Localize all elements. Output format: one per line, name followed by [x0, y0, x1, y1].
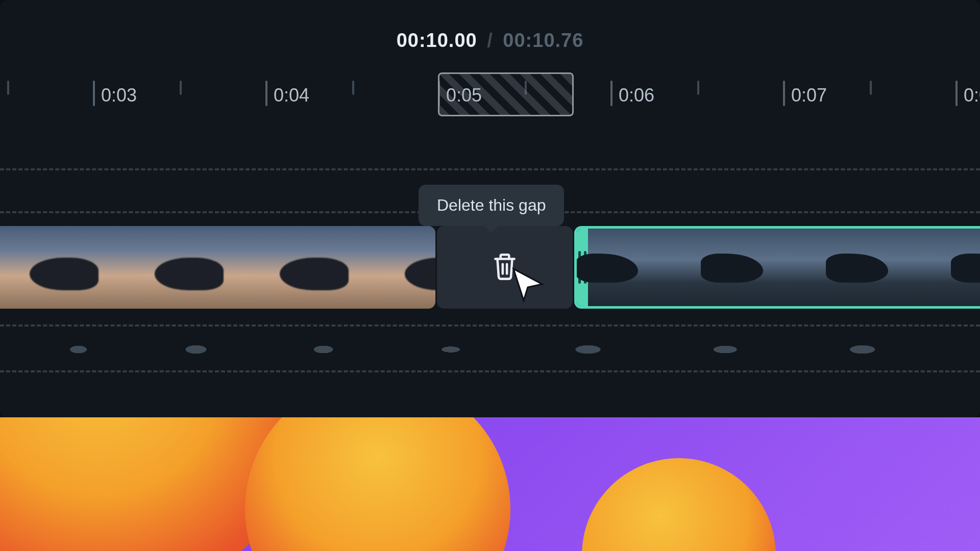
ruler-tick-major — [265, 81, 267, 106]
tooltip-text: Delete this gap — [437, 196, 546, 214]
track-divider — [0, 168, 980, 170]
delete-gap-tooltip: Delete this gap — [419, 185, 564, 226]
ruler-tick-major — [783, 81, 785, 106]
ruler-tick-major — [93, 81, 95, 106]
ruler-tick-minor — [180, 81, 182, 95]
clip-thumbnail — [963, 229, 980, 306]
video-clip-1[interactable] — [0, 226, 435, 309]
delete-gap-button[interactable] — [437, 226, 573, 309]
ruler-label: 0:08 — [964, 85, 980, 106]
clip-thumbnail — [230, 226, 355, 309]
clip-thumbnail — [105, 226, 230, 309]
ruler-label: 0:04 — [274, 85, 309, 106]
timecode-current: 00:10.00 — [397, 30, 477, 51]
clip-thumbnail — [0, 226, 105, 309]
ruler-label: 0:06 — [619, 85, 654, 106]
video-editor-timeline: 00:10.00 / 00:10.76 0:03 0:04 0:05 0:06 … — [0, 0, 980, 418]
clip-thumbnail — [713, 229, 838, 306]
video-clip-2-selected[interactable] — [574, 226, 980, 309]
timecode-total: 00:10.76 — [503, 30, 583, 51]
ruler-label: 0:07 — [791, 85, 827, 106]
ruler-tick-minor — [870, 81, 872, 95]
track-divider — [0, 324, 980, 327]
trash-icon — [492, 252, 518, 283]
clip-thumbnail — [588, 229, 713, 306]
clip-thumbnail — [838, 229, 963, 306]
decorative-background — [0, 417, 980, 551]
timecode-display: 00:10.00 / 00:10.76 — [397, 30, 584, 52]
ruler-tick-minor — [7, 81, 9, 95]
audio-waveform — [0, 339, 980, 360]
ruler-tick-major — [610, 81, 612, 106]
ruler-tick-minor — [697, 81, 699, 95]
audio-track[interactable] — [0, 337, 980, 362]
ruler-gap-selection[interactable] — [438, 72, 574, 116]
timecode-separator: / — [487, 30, 493, 51]
ruler-tick-minor — [352, 81, 354, 95]
ruler-tick-major — [955, 81, 958, 106]
track-divider — [0, 370, 980, 372]
ruler-label: 0:03 — [101, 85, 137, 106]
clip-thumbnail — [355, 226, 435, 309]
